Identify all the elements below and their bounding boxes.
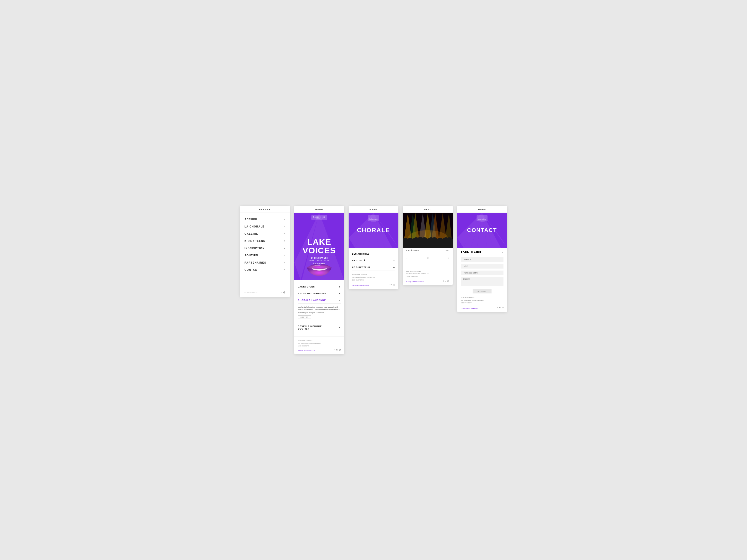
nav-item-contact[interactable]: CONTACT › bbox=[244, 266, 285, 273]
addr-line1: BERTRAND SURDEZ bbox=[352, 273, 395, 276]
next-button[interactable]: › bbox=[448, 256, 449, 260]
lv-footer: BERTRAND SURDEZ CH. DERRIÈRE LES VIGNES … bbox=[294, 337, 344, 354]
link-les-artistes[interactable]: LES ARTISTES + bbox=[352, 250, 395, 257]
chorale-logo-sub: CUDREFIN bbox=[368, 221, 379, 222]
addr-line2: CH. DERRIÈRE LES VIGNES 10A bbox=[461, 299, 504, 302]
instagram-icon[interactable] bbox=[283, 291, 285, 294]
nav-label-soutien: SOUTIEN bbox=[244, 254, 258, 257]
facebook-icon[interactable]: f bbox=[389, 284, 389, 286]
link-le-comite[interactable]: LE COMITÉ + bbox=[352, 257, 395, 264]
addr-line3: 1588 CUDREFIN bbox=[461, 302, 504, 304]
email-link[interactable]: INFO@LAKEVOICES.CH bbox=[298, 350, 315, 351]
nom-input[interactable] bbox=[461, 264, 504, 269]
contact-logo-text: Lakevoices bbox=[478, 218, 486, 220]
chevron-icon: › bbox=[284, 269, 286, 271]
contact-email-link[interactable]: INFO@LAKEVOICES.CH bbox=[461, 308, 478, 309]
prenom-input[interactable] bbox=[461, 257, 504, 262]
nav-item-partenaires[interactable]: PARTENAIRES › bbox=[244, 259, 285, 266]
chorale-address: BERTRAND SURDEZ CH. DERRIÈRE LES VIGNES … bbox=[352, 273, 395, 282]
svg-rect-39 bbox=[448, 280, 449, 282]
nav-menu: ACCUEIL › LA CHORALE › GALERIE › KIDS / … bbox=[240, 213, 290, 273]
screens-container: FERMER ACCUEIL › LA CHORALE › GALERIE › … bbox=[240, 206, 507, 354]
form-title: FORMULAIRE bbox=[461, 251, 481, 254]
prev-button[interactable]: ‹ bbox=[406, 256, 407, 260]
linkedin-icon[interactable]: in bbox=[281, 291, 282, 294]
nav-label-la-chorale: LA CHORALE bbox=[244, 225, 264, 228]
link-le-directeur[interactable]: LE DIRECTEUR + bbox=[352, 264, 395, 271]
nav-item-accueil[interactable]: ACCUEIL › bbox=[244, 216, 285, 223]
nav-item-inscription[interactable]: INSCRIPTION › bbox=[244, 245, 285, 252]
collapse-icon: × bbox=[339, 299, 341, 302]
chevron-icon: › bbox=[284, 240, 286, 242]
addr-line1: BERTRAND SURDEZ bbox=[298, 339, 341, 342]
facebook-icon[interactable]: f bbox=[279, 291, 279, 294]
expand-icon: + bbox=[339, 285, 341, 288]
linkedin-icon[interactable]: in bbox=[336, 349, 338, 351]
logo-sub: CUDREFIN bbox=[313, 218, 325, 219]
nav-item-galerie[interactable]: GALERIE › bbox=[244, 230, 285, 237]
message-textarea[interactable] bbox=[461, 277, 504, 286]
hero-title-line2: VOICES bbox=[303, 246, 336, 255]
addr-line2: CH. DERRIÈRE LES VIGNES 10A bbox=[352, 276, 395, 279]
address: BERTRAND SURDEZ CH. DERRIÈRE LES VIGNES … bbox=[298, 339, 341, 347]
svg-point-52 bbox=[502, 307, 503, 308]
facebook-icon[interactable]: f bbox=[335, 349, 335, 351]
chorale-body: LES ARTISTES + LE COMITÉ + LE DIRECTEUR … bbox=[349, 248, 398, 289]
gallery-email[interactable]: INFO@LAKEVOICES.CH bbox=[406, 281, 423, 283]
nav-footer: © LAKEVOICES.CH f in bbox=[240, 289, 290, 297]
screen-chorale: MENU Lakevoices CUDREFI bbox=[349, 206, 398, 289]
expand-icon: + bbox=[393, 259, 395, 262]
bouton-button[interactable]: BOUTON bbox=[298, 315, 311, 319]
gallery-navigation: ‹ × › bbox=[403, 251, 453, 265]
contact-social-row: INFO@LAKEVOICES.CH f in bbox=[461, 306, 504, 309]
section-devenir-membre[interactable]: DEVENIR MEMBRESOUTIEN + bbox=[298, 323, 341, 332]
section-style-chansons[interactable]: STYLE DE CHANSONS + bbox=[298, 290, 341, 297]
email-input[interactable] bbox=[461, 270, 504, 275]
svg-rect-0 bbox=[284, 291, 285, 293]
nav-label-partenaires: PARTENAIRES bbox=[244, 261, 266, 264]
nav-label-accueil: ACCUEIL bbox=[244, 218, 258, 221]
addr-line2: CH. DERRIÈRE LES VIGNES 10A bbox=[406, 272, 449, 275]
section-label: LAKEVOICES bbox=[298, 286, 315, 288]
screen-gallery: MENU bbox=[403, 206, 453, 285]
chorale-logo: Lakevoices CUDREFIN bbox=[368, 215, 379, 222]
hero-subtitle: EN CONCERT LES30.09 – 01.10 – 02.10À CUD… bbox=[303, 257, 336, 265]
gallery-address: BERTRAND SURDEZ CH. DERRIÈRE LES VIGNES … bbox=[406, 270, 449, 278]
chorale-title: CHORALE bbox=[357, 227, 390, 234]
chevron-icon: › bbox=[284, 261, 286, 264]
instagram-icon[interactable] bbox=[393, 284, 395, 286]
instagram-icon[interactable] bbox=[339, 349, 341, 351]
expand-icon: + bbox=[393, 252, 395, 256]
social-icons: f in bbox=[279, 291, 285, 294]
facebook-icon[interactable]: f bbox=[443, 280, 444, 282]
linkedin-icon[interactable]: in bbox=[499, 306, 500, 309]
nav-item-kids-teens[interactable]: KIDS / TEENS › bbox=[244, 237, 285, 245]
expand-icon: + bbox=[339, 326, 341, 329]
nav-label-kids-teens: KIDS / TEENS bbox=[244, 240, 265, 242]
form-header: FORMULAIRE × bbox=[461, 250, 504, 254]
instagram-icon[interactable] bbox=[447, 280, 449, 282]
nav-item-la-chorale[interactable]: LA CHORALE › bbox=[244, 223, 285, 230]
chorale-email[interactable]: INFO@LAKEVOICES.CH bbox=[352, 285, 369, 286]
lv-body: LAKEVOICES + STYLE DE CHANSONS + CHORALE… bbox=[294, 280, 344, 335]
addr-line3: 1588 CUDREFIN bbox=[352, 279, 395, 282]
chevron-icon: › bbox=[284, 247, 286, 249]
section-chorale-lausanne[interactable]: CHORALE LAUSANNE × bbox=[298, 297, 341, 304]
section-label: CHORALE LAUSANNE bbox=[298, 299, 326, 301]
linkedin-icon[interactable]: in bbox=[445, 280, 446, 282]
section-lakevoices[interactable]: LAKEVOICES + bbox=[298, 284, 341, 290]
logo-text: Lakevoices bbox=[313, 216, 325, 218]
instagram-icon[interactable] bbox=[502, 306, 504, 309]
submit-button[interactable]: BOUTON bbox=[472, 289, 491, 293]
addr-line3: 1588 CUDREFIN bbox=[298, 345, 341, 347]
linkedin-icon[interactable]: in bbox=[391, 284, 392, 286]
form-close-button[interactable]: × bbox=[502, 250, 504, 254]
nav-item-soutien[interactable]: SOUTIEN › bbox=[244, 252, 285, 259]
facebook-icon[interactable]: f bbox=[497, 306, 498, 309]
close-gallery-button[interactable]: × bbox=[427, 256, 429, 260]
screen5-header: MENU bbox=[457, 206, 507, 213]
expand-icon: + bbox=[393, 266, 395, 269]
contact-body: FORMULAIRE × BOUTON BERTRAND SURDEZ CH. … bbox=[457, 248, 507, 312]
link-label: LE COMITÉ bbox=[352, 259, 365, 262]
hero-title-line1: LAKE bbox=[303, 238, 336, 246]
